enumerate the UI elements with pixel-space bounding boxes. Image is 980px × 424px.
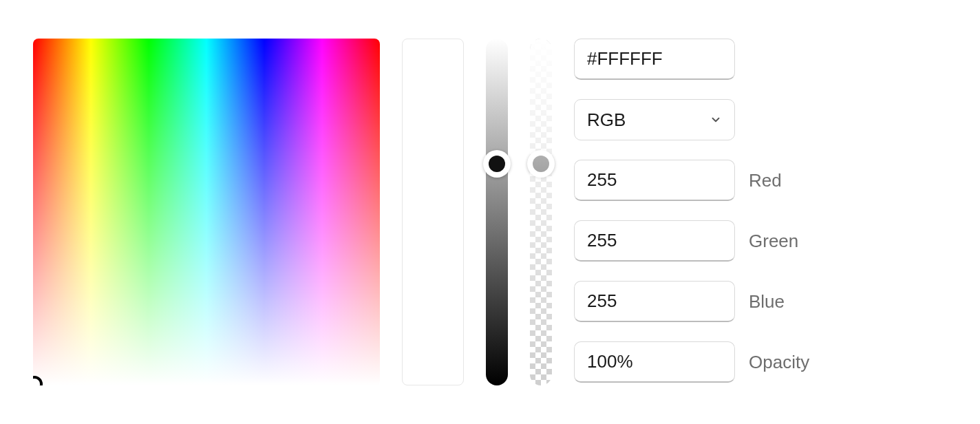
green-input-value: 255 [587,230,617,251]
value-slider-handle[interactable] [483,150,511,178]
color-mode-select[interactable]: RGB [574,99,735,140]
alpha-slider-track[interactable] [530,39,552,385]
color-area-handle[interactable] [33,376,43,385]
color-preview-swatch [402,39,464,385]
green-input[interactable]: 255 [574,220,735,262]
color-picker: #FFFFFF RGB 255 Red 255 Green [33,39,947,385]
color-area[interactable] [33,39,380,385]
value-slider-track[interactable] [486,39,508,385]
hex-input[interactable]: #FFFFFF [574,39,735,80]
opacity-input[interactable]: 100% [574,341,735,383]
red-label: Red [749,170,782,191]
color-fields: #FFFFFF RGB 255 Red 255 Green [574,39,829,383]
chevron-down-icon [710,114,722,126]
blue-input[interactable]: 255 [574,281,735,322]
hex-input-value: #FFFFFF [587,48,663,70]
red-input-value: 255 [587,169,617,191]
opacity-input-value: 100% [587,351,633,372]
blue-label: Blue [749,291,785,312]
blue-input-value: 255 [587,290,617,312]
opacity-label: Opacity [749,352,809,373]
red-input[interactable]: 255 [574,160,735,201]
green-label: Green [749,231,798,252]
alpha-slider-handle[interactable] [527,150,555,178]
color-mode-value: RGB [587,109,626,131]
